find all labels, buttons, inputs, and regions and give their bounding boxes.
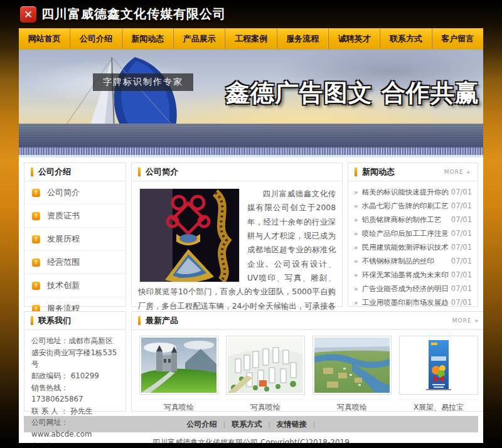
contact-address: 公司地址：成都市高新区盛安街商业写字楼1栋535号 [31, 335, 119, 370]
nav-item-home[interactable]: 网站首页 [19, 28, 70, 49]
contact-zip: 邮政编码： 610299 [31, 370, 119, 382]
contact-website: 公司网址： www.abcde.com [31, 417, 119, 440]
news-list: »精美的标识能快速提升你的07/01 »水晶七彩广告牌的印刷工艺07/01 »铝… [348, 181, 478, 309]
footer-link-contact[interactable]: 联系方式 [232, 419, 262, 430]
banner-tagline: 字牌标识制作专家 [93, 73, 193, 91]
nav-item-products[interactable]: 产品展示 [174, 28, 225, 49]
site-header: ✕ 四川富威德鑫文化传媒有限公司 [19, 0, 483, 28]
product-photo-castle [141, 338, 216, 393]
about-title: 公司简介 [146, 166, 178, 178]
row-top: 公司介绍 ↑ 公司简介 ↑ 资质证书 ↑ 发展历程 ↑ 经营范围 [24, 163, 478, 307]
products-grid: 写真喷绘 [132, 330, 483, 419]
banner-sea [19, 124, 483, 149]
about-header: 公司简介 [132, 163, 342, 181]
footer-separator: | [268, 420, 270, 429]
product-caption: X展架、易拉宝 [399, 399, 478, 413]
accent-bar-icon [355, 168, 357, 176]
footer-link-about[interactable]: 公司介绍 [186, 419, 216, 430]
product-caption: 写真喷绘 [312, 399, 392, 413]
products-title: 最新产品 [146, 315, 178, 326]
arrow-up-icon: ↑ [32, 282, 40, 290]
row-bottom: 联系我们 公司地址：成都市高新区盛安街商业写字楼1栋535号 邮政编码： 610… [24, 311, 478, 412]
page: ✕ 四川富威德鑫文化传媒有限公司 网站首页 公司介绍 新闻动态 产品展示 工程案… [19, 0, 483, 443]
latest-products-panel: 最新产品 MORE + [131, 311, 483, 412]
news-panel: 新闻动态 MORE + »精美的标识能快速提升你的07/01 »水晶七彩广告牌的… [348, 163, 478, 307]
accent-bar-icon [31, 316, 33, 325]
content-area: 公司介绍 ↑ 公司简介 ↑ 资质证书 ↑ 发展历程 ↑ 经营范围 [19, 157, 483, 443]
nav-item-cases[interactable]: 工程案例 [225, 28, 277, 49]
news-item[interactable]: »喷绘产品印后加工工序注意07/01 [354, 227, 472, 240]
banner-bottom-line [19, 155, 483, 157]
news-header: 新闻动态 MORE + [348, 163, 478, 181]
news-item[interactable]: »广告业能否成为经济的明日07/01 [354, 282, 472, 296]
news-item[interactable]: »民用建筑能效测评标识技术07/01 [354, 240, 472, 254]
contact-body: 公司地址：成都市高新区盛安街商业写字楼1栋535号 邮政编码： 610299 销… [24, 330, 125, 443]
news-item[interactable]: »环保无苯油墨将成为未来印07/01 [354, 268, 472, 282]
product-caption: 写真喷绘 [226, 399, 305, 413]
main-nav: 网站首页 公司介绍 新闻动态 产品展示 工程案例 服务流程 诚聘英才 联系方式 … [19, 28, 483, 50]
product-item[interactable]: 写真喷绘 [139, 336, 218, 413]
company-profile-panel: 公司简介 [131, 163, 343, 307]
about-photo [139, 188, 240, 282]
sidebar-company-intro: 公司介绍 ↑ 公司简介 ↑ 资质证书 ↑ 发展历程 ↑ 经营范围 [24, 163, 126, 307]
product-item[interactable]: 写真喷绘 [312, 336, 392, 413]
company-logo-icon: ✕ [20, 6, 36, 23]
footer-separator: | [313, 420, 316, 429]
news-item[interactable]: »水晶七彩广告牌的印刷工艺07/01 [354, 199, 472, 213]
products-more-link[interactable]: MORE + [452, 317, 479, 324]
footer-link-friends[interactable]: 友情链接 [277, 419, 307, 430]
product-photo-river [314, 338, 390, 393]
nav-item-news[interactable]: 新闻动态 [122, 28, 174, 49]
contact-title: 联系我们 [38, 315, 71, 326]
arrow-up-icon: ↑ [32, 212, 40, 220]
sidebar-menu: ↑ 公司简介 ↑ 资质证书 ↑ 发展历程 ↑ 经营范围 ↑ 技术创新 [24, 181, 125, 321]
banner-slogan: 鑫德广告图文 合作共赢 [226, 77, 479, 109]
nav-item-jobs[interactable]: 诚聘英才 [329, 28, 380, 49]
sidebar-title: 公司介绍 [38, 166, 71, 178]
sidebar-item-innovation[interactable]: ↑ 技术创新 [24, 274, 125, 297]
sidebar-item-certificates[interactable]: ↑ 资质证书 [24, 205, 125, 228]
nav-item-about[interactable]: 公司介绍 [70, 28, 122, 49]
news-more-link[interactable]: MORE + [444, 169, 471, 175]
contact-hotline: 销售热线： 17380625867 [31, 382, 119, 405]
news-title: 新闻动态 [362, 166, 395, 178]
company-name: 四川富威德鑫文化传媒有限公司 [41, 6, 226, 23]
nav-item-contact[interactable]: 联系方式 [380, 28, 432, 49]
contact-panel: 联系我们 公司地址：成都市高新区盛安街商业写字楼1栋535号 邮政编码： 610… [24, 311, 126, 412]
accent-bar-icon [138, 168, 141, 176]
arrow-up-icon: ↑ [32, 235, 40, 243]
nav-item-service[interactable]: 服务流程 [277, 28, 329, 49]
contact-person: 联 系 人 ： 孙先生 [31, 405, 119, 417]
news-item[interactable]: »工业用喷墨印刷市场发展趋07/01 [354, 296, 472, 309]
contact-header: 联系我们 [24, 312, 125, 330]
sidebar-item-profile[interactable]: ↑ 公司简介 [24, 181, 125, 205]
product-photo-rollup-banner [401, 338, 476, 393]
product-item[interactable]: X展架、易拉宝 [399, 336, 478, 413]
nav-item-message[interactable]: 客户留言 [432, 28, 483, 49]
banner-glitch-strip [19, 147, 483, 155]
sidebar-item-scope[interactable]: ↑ 经营范围 [24, 251, 125, 274]
products-header: 最新产品 MORE + [132, 312, 483, 330]
contact-email-label: 电子邮箱： [31, 440, 119, 443]
sidebar-item-history[interactable]: ↑ 发展历程 [24, 228, 125, 251]
accent-bar-icon [138, 316, 141, 325]
arrow-up-icon: ↑ [32, 259, 40, 267]
arrow-up-icon: ↑ [32, 189, 40, 197]
news-item[interactable]: »不锈钢标牌制品的丝印07/01 [354, 254, 472, 268]
hero-banner: 字牌标识制作专家 鑫德广告图文 合作共赢 [19, 50, 483, 157]
news-item[interactable]: »铝质铭牌商标的制作工艺07/01 [354, 213, 472, 227]
accent-bar-icon [31, 168, 33, 176]
footer-separator: | [223, 420, 225, 429]
product-photo-estate [228, 338, 303, 393]
product-item[interactable]: 写真喷绘 [226, 336, 305, 413]
news-item[interactable]: »精美的标识能快速提升你的07/01 [354, 185, 472, 199]
product-caption: 写真喷绘 [139, 399, 218, 413]
sidebar-header: 公司介绍 [24, 163, 125, 181]
